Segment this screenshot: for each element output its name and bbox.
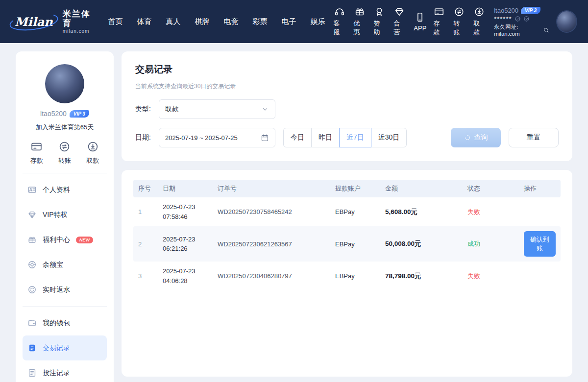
gift-icon: [354, 6, 365, 17]
nav-home[interactable]: 首页: [108, 17, 123, 26]
top-icon-sponsor[interactable]: 赞助: [373, 6, 385, 37]
profile-avatar: [45, 64, 84, 103]
cell-order-no: WD202507230621263567: [213, 236, 330, 253]
sidebar-item-profile[interactable]: 个人资料: [23, 177, 107, 202]
withdraw-icon: [87, 141, 99, 153]
top-icon-label: 存款: [433, 19, 445, 37]
headset-icon: [334, 6, 345, 17]
sidebar-item-rebate[interactable]: 实时返水: [23, 277, 107, 302]
user-avatar[interactable]: [556, 10, 577, 33]
range-today-button[interactable]: 今日: [283, 128, 312, 147]
id-card-icon: [27, 185, 37, 194]
cell-action: [519, 207, 561, 217]
col-header-order: 订单号: [213, 184, 330, 193]
table-row: 2 2025-07-23 06:21:26 WD2025072306212635…: [133, 226, 561, 262]
date-range-value: 2025-07-19 ~ 2025-07-25: [165, 134, 238, 142]
status-badge: 成功: [463, 235, 519, 253]
sidebar-item-wallet[interactable]: 我的钱包: [23, 310, 107, 335]
new-badge: NEW: [76, 237, 93, 243]
filter-actions: 查询 重置: [451, 128, 559, 147]
query-button-label: 查询: [474, 133, 488, 142]
top-icon-transfer[interactable]: 转账: [453, 6, 465, 37]
nav-live-casino[interactable]: 真人: [166, 17, 181, 26]
menu-divider: [23, 306, 107, 307]
top-icon-label: 合营: [393, 19, 405, 37]
top-icon-service[interactable]: 客服: [334, 6, 345, 37]
logo-site-name: 米兰体育: [63, 9, 96, 28]
nav-entertainment[interactable]: 娱乐: [311, 17, 325, 26]
top-icon-withdraw[interactable]: 取款: [473, 6, 485, 37]
range-7days-button[interactable]: 近7日: [339, 128, 371, 147]
bank-card-icon: [434, 6, 444, 17]
sidebar: ltao5200 VIP 3 加入米兰体育第65天 存款 转账 取: [16, 51, 114, 382]
top-icon-app[interactable]: APP: [414, 12, 426, 32]
site-logo[interactable]: Milan 米兰体育 milan.com: [11, 9, 96, 34]
loading-icon: [464, 134, 471, 141]
sidebar-item-bets[interactable]: 投注记录: [23, 360, 107, 382]
sidebar-item-welfare[interactable]: 福利中心 NEW: [23, 227, 107, 252]
logo-text: 米兰体育 milan.com: [63, 9, 96, 34]
sidebar-item-transactions[interactable]: 交易记录: [23, 335, 107, 360]
top-icon-partner[interactable]: 合营: [393, 6, 405, 37]
refresh-icon[interactable]: [523, 16, 530, 22]
top-icon-promo[interactable]: 优惠: [354, 6, 366, 37]
cell-date: 2025-07-23 07:58:46: [158, 197, 213, 226]
sidebar-item-label: 投注记录: [43, 369, 70, 378]
table-row: 1 2025-07-23 07:58:46 WD2025072307584652…: [133, 197, 561, 226]
eye-off-icon[interactable]: [514, 16, 521, 22]
cell-account: EBPay: [330, 203, 380, 220]
range-30days-button[interactable]: 近30日: [371, 128, 407, 147]
transactions-table-card: 序号 日期 订单号 提款账户 金额 状态 操作 1 2025-07-23 07:…: [122, 170, 572, 377]
quick-deposit-button[interactable]: 存款: [30, 141, 43, 165]
query-button[interactable]: 查询: [451, 128, 501, 147]
type-filter-row: 类型: 取款: [135, 99, 559, 119]
cell-amount: 78,798.00元: [380, 267, 463, 286]
nav-esports[interactable]: 电竞: [224, 17, 239, 26]
top-icon-label: 取款: [473, 19, 485, 37]
safe-icon: [27, 260, 37, 269]
status-badge: 失败: [463, 267, 519, 286]
permanent-url: 永久网址: milan.com: [494, 24, 540, 37]
top-header: Milan 米兰体育 milan.com 首页 体育 真人 棋牌 电竞 彩票 电…: [0, 0, 588, 43]
cell-date-day: 2025-07-23: [163, 202, 208, 212]
date-range-input[interactable]: 2025-07-19 ~ 2025-07-25: [159, 128, 275, 147]
confirm-received-button[interactable]: 确认到账: [524, 231, 556, 257]
list-document-icon: [27, 368, 37, 378]
bank-card-icon: [30, 141, 43, 153]
sidebar-item-vip[interactable]: VIP特权: [23, 202, 107, 227]
rebate-cycle-icon: [27, 285, 37, 294]
sidebar-item-yuebao[interactable]: 余额宝: [23, 252, 107, 277]
quick-action-label: 转账: [58, 156, 71, 165]
type-select[interactable]: 取款: [159, 99, 275, 119]
top-icon-deposit[interactable]: 存款: [433, 6, 445, 37]
nav-slots[interactable]: 电子: [282, 17, 296, 26]
logo-domain: milan.com: [63, 28, 96, 34]
nav-chess-cards[interactable]: 棋牌: [195, 17, 210, 26]
nav-lottery[interactable]: 彩票: [253, 17, 268, 26]
main-nav: 首页 体育 真人 棋牌 电竞 彩票 电子 娱乐: [108, 17, 325, 26]
sidebar-item-label: 个人资料: [43, 186, 70, 194]
sidebar-item-label: 我的钱包: [43, 319, 70, 328]
quick-transfer-button[interactable]: 转账: [58, 141, 71, 165]
quick-withdraw-button[interactable]: 取款: [86, 141, 99, 165]
type-select-value: 取款: [165, 105, 179, 114]
header-username: ltao5200: [494, 7, 518, 14]
range-yesterday-button[interactable]: 昨日: [311, 128, 340, 147]
search-icon[interactable]: [543, 27, 549, 33]
cell-action: 确认到账: [519, 226, 561, 262]
phone-icon: [415, 12, 425, 23]
cell-index: 1: [133, 203, 158, 220]
quick-range-group: 今日 昨日 近7日 近30日: [283, 128, 407, 147]
cell-amount: 50,008.00元: [380, 235, 463, 253]
cell-date: 2025-07-23 06:21:26: [158, 230, 213, 259]
gem-icon: [27, 210, 37, 219]
withdraw-icon: [474, 6, 485, 17]
type-label: 类型:: [135, 105, 159, 114]
reset-button[interactable]: 重置: [509, 128, 559, 147]
quick-action-label: 存款: [30, 156, 43, 165]
table-row: 3 2025-07-23 04:06:28 WD2025072304062807…: [133, 262, 561, 290]
filter-card: 交易记录 当前系统支持查询最近30日的交易记录 类型: 取款 日期: 2025-…: [122, 51, 572, 161]
nav-sports[interactable]: 体育: [137, 17, 152, 26]
cell-index: 2: [133, 236, 158, 253]
top-icon-label: APP: [414, 24, 426, 32]
